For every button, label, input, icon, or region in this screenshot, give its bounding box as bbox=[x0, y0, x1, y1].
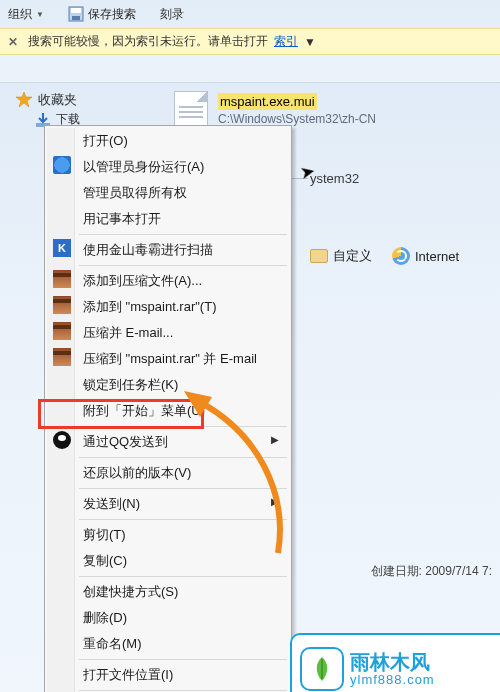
internet-item[interactable]: Internet bbox=[392, 247, 459, 265]
submenu-arrow-icon: ▶ bbox=[271, 496, 279, 507]
burn-label: 刻录 bbox=[160, 6, 184, 23]
menu-open-location[interactable]: 打开文件位置(I) bbox=[47, 662, 289, 688]
menu-cut[interactable]: 剪切(T) bbox=[47, 522, 289, 548]
burn-button[interactable]: 刻录 bbox=[160, 6, 184, 23]
chevron-down-icon[interactable]: ▼ bbox=[304, 35, 316, 49]
menu-send-to[interactable]: 发送到(N) ▶ bbox=[47, 491, 289, 517]
menu-run-as-admin[interactable]: 以管理员身份运行(A) bbox=[47, 154, 289, 180]
breadcrumb-fragment[interactable]: ystem32 bbox=[310, 171, 359, 186]
rar-icon bbox=[53, 348, 71, 366]
menu-scan-jinshan[interactable]: K 使用金山毒霸进行扫描 bbox=[47, 237, 289, 263]
menu-delete[interactable]: 删除(D) bbox=[47, 605, 289, 631]
menu-open[interactable]: 打开(O) bbox=[47, 128, 289, 154]
organize-label: 组织 bbox=[8, 6, 32, 23]
rar-icon bbox=[53, 322, 71, 340]
watermark-en: ylmf888.com bbox=[350, 672, 435, 687]
index-warning-strip: ✕ 搜索可能较慢，因为索引未运行。请单击打开 索引 ▼ bbox=[0, 28, 500, 55]
save-search-icon bbox=[68, 6, 84, 22]
watermark-logo: 雨林木风 ylmf888.com bbox=[290, 633, 500, 692]
qq-icon bbox=[53, 431, 71, 449]
search-result-file[interactable]: mspaint.exe.mui C:\Windows\System32\zh-C… bbox=[218, 93, 376, 126]
menu-rename[interactable]: 重命名(M) bbox=[47, 631, 289, 657]
close-icon[interactable]: ✕ bbox=[8, 35, 18, 49]
context-menu: 打开(O) 以管理员身份运行(A) 管理员取得所有权 用记事本打开 K 使用金山… bbox=[44, 125, 292, 692]
menu-restore-previous[interactable]: 还原以前的版本(V) bbox=[47, 460, 289, 486]
menu-create-shortcut[interactable]: 创建快捷方式(S) bbox=[47, 579, 289, 605]
submenu-arrow-icon: ▶ bbox=[271, 434, 279, 445]
star-icon bbox=[16, 92, 32, 108]
menu-admin-take-ownership[interactable]: 管理员取得所有权 bbox=[47, 180, 289, 206]
shield-icon bbox=[53, 156, 71, 174]
favorites-label: 收藏夹 bbox=[38, 91, 77, 109]
menu-add-to-archive[interactable]: 添加到压缩文件(A)... bbox=[47, 268, 289, 294]
internet-label: Internet bbox=[415, 249, 459, 264]
menu-copy[interactable]: 复制(C) bbox=[47, 548, 289, 574]
svg-rect-2 bbox=[72, 16, 80, 20]
favorites-node[interactable]: 收藏夹 bbox=[16, 91, 77, 109]
index-link[interactable]: 索引 bbox=[274, 33, 298, 50]
svg-marker-3 bbox=[16, 92, 32, 107]
menu-send-via-qq[interactable]: 通过QQ发送到 ▶ bbox=[47, 429, 289, 455]
menu-compress-rar-email[interactable]: 压缩到 "mspaint.rar" 并 E-mail bbox=[47, 346, 289, 372]
rar-icon bbox=[53, 296, 71, 314]
antivirus-icon: K bbox=[53, 239, 71, 257]
watermark-cn: 雨林木风 bbox=[350, 652, 435, 672]
menu-pin-start[interactable]: 附到「开始」菜单(U) bbox=[47, 398, 289, 424]
rar-icon bbox=[53, 270, 71, 288]
file-name: mspaint.exe.mui bbox=[218, 93, 317, 110]
customize-item[interactable]: 自定义 bbox=[310, 247, 372, 265]
folder-icon bbox=[310, 249, 328, 263]
index-warning-text: 搜索可能较慢，因为索引未运行。请单击打开 bbox=[28, 33, 268, 50]
customize-label: 自定义 bbox=[333, 247, 372, 265]
save-search-label: 保存搜索 bbox=[88, 6, 136, 23]
menu-pin-taskbar[interactable]: 锁定到任务栏(K) bbox=[47, 372, 289, 398]
save-search-button[interactable]: 保存搜索 bbox=[68, 6, 136, 23]
ie-icon bbox=[392, 247, 410, 265]
menu-open-with-notepad[interactable]: 用记事本打开 bbox=[47, 206, 289, 232]
menu-compress-email[interactable]: 压缩并 E-mail... bbox=[47, 320, 289, 346]
menu-add-to-rar[interactable]: 添加到 "mspaint.rar"(T) bbox=[47, 294, 289, 320]
chevron-down-icon: ▼ bbox=[36, 10, 44, 19]
file-path: C:\Windows\System32\zh-CN bbox=[218, 112, 376, 126]
organize-menu[interactable]: 组织 ▼ bbox=[8, 6, 44, 23]
cursor-icon: ➤ bbox=[298, 160, 317, 185]
created-date: 创建日期: 2009/7/14 7: bbox=[371, 563, 492, 580]
svg-rect-1 bbox=[71, 8, 81, 13]
leaf-icon bbox=[300, 647, 344, 691]
